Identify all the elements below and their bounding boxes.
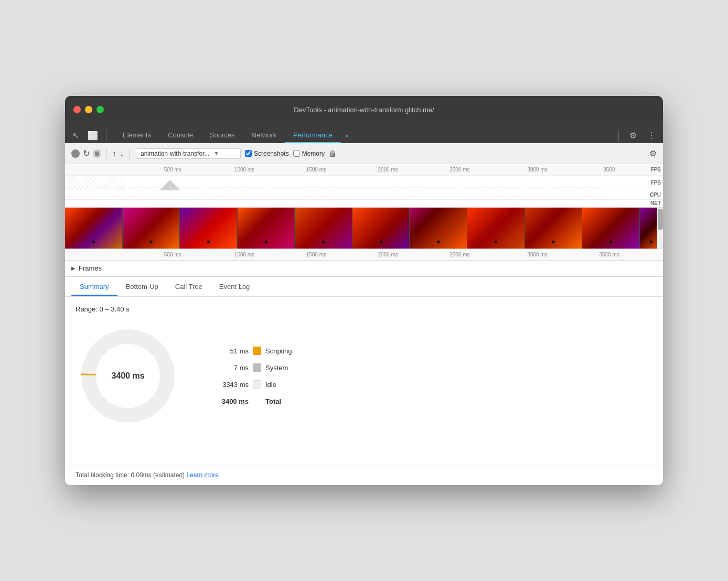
- perf-controls: ↻ ↑ ↓: [71, 148, 132, 159]
- download-button[interactable]: ↓: [120, 149, 124, 158]
- perf-settings-icon[interactable]: ⚙: [649, 149, 657, 158]
- bot-ruler-2500: 2500 ms: [449, 252, 469, 257]
- legend-system-name: System: [265, 364, 288, 372]
- screenshots-label: Screenshots: [254, 150, 289, 157]
- tab-bottom-up[interactable]: Bottom-Up: [117, 278, 167, 296]
- bottom-tabs: Summary Bottom-Up Call Tree Event Log: [65, 277, 663, 297]
- bot-ruler-2000: 2000 ms: [378, 252, 398, 257]
- dropdown-arrow-icon: ▼: [213, 150, 219, 156]
- screenshots-checkbox-group: Screenshots: [245, 150, 289, 157]
- legend-system-color: [253, 363, 261, 372]
- summary-content: 3400 ms 51 ms Scripting 7 ms System 3343…: [76, 324, 652, 428]
- screenshot-thumb-3[interactable]: [180, 208, 238, 249]
- ruler-label-3500: 3500: [603, 167, 615, 173]
- legend-idle-name: Idle: [265, 381, 276, 389]
- legend-idle-color: [253, 380, 261, 389]
- tab-performance[interactable]: Performance: [285, 128, 340, 143]
- trash-icon[interactable]: 🗑: [329, 149, 336, 158]
- tab-console[interactable]: Console: [159, 128, 201, 143]
- svg-marker-2: [159, 180, 180, 190]
- donut-chart: 3400 ms: [76, 324, 180, 428]
- reload-button[interactable]: ↻: [83, 148, 90, 158]
- scrollbar[interactable]: [657, 208, 663, 249]
- blocking-time-text: Total blocking time: 0.00ms (estimated): [76, 471, 185, 479]
- url-dropdown[interactable]: animation-with-transfor... ▼: [136, 148, 241, 159]
- legend-total-spacer: [253, 397, 261, 405]
- bot-ruler-1000: 1000 ms: [234, 252, 254, 257]
- fps-track-label: FPS: [651, 180, 661, 186]
- fps-label: FPS: [651, 167, 661, 173]
- screenshot-thumb-1[interactable]: [65, 208, 123, 249]
- ruler-label-3000: 3000 ms: [527, 167, 547, 173]
- tab-elements[interactable]: Elements: [114, 128, 159, 143]
- legend-idle-value: 3343 ms: [212, 381, 249, 389]
- fps-track: FPS: [65, 176, 663, 190]
- ruler-label-500: 500 ms: [164, 167, 181, 173]
- inspect-icon[interactable]: ⬜: [84, 128, 101, 143]
- legend-total-value: 3400 ms: [212, 397, 249, 405]
- legend-scripting: 51 ms Scripting: [212, 347, 292, 355]
- net-track-label: NET: [650, 200, 661, 206]
- timeline-ruler-top: 500 ms 1000 ms 1500 ms 2000 ms 2500 ms 3…: [65, 164, 663, 176]
- tab-call-tree[interactable]: Call Tree: [167, 278, 211, 296]
- tab-network[interactable]: Network: [243, 128, 285, 143]
- blocking-time-bar: Total blocking time: 0.00ms (estimated) …: [65, 465, 663, 485]
- bot-ruler-3000: 3000 ms: [527, 252, 547, 257]
- legend-total: 3400 ms Total: [212, 397, 292, 405]
- frames-row[interactable]: ▶ Frames: [65, 261, 663, 276]
- perf-toolbar: ↻ ↑ ↓ animation-with-transfor... ▼ Scree…: [65, 143, 663, 164]
- cpu-chart: [65, 190, 663, 200]
- settings-icon[interactable]: ⚙: [626, 128, 640, 143]
- timeline-area: 500 ms 1000 ms 1500 ms 2000 ms 2500 ms 3…: [65, 164, 663, 277]
- screenshot-thumb-8[interactable]: [467, 208, 525, 249]
- screenshot-thumb-4[interactable]: [238, 208, 295, 249]
- perf-divider-2: [129, 148, 130, 159]
- range-text: Range: 0 – 3.40 s: [76, 305, 652, 313]
- scrollbar-thumb[interactable]: [658, 209, 663, 230]
- screenshot-thumb-2[interactable]: [123, 208, 180, 249]
- screenshot-thumb-10[interactable]: [582, 208, 640, 249]
- screenshot-thumb-7[interactable]: [410, 208, 467, 249]
- svg-rect-1: [65, 176, 125, 190]
- cursor-icon[interactable]: ↖: [69, 128, 82, 143]
- stop-button[interactable]: [93, 149, 101, 158]
- fps-chart: [65, 176, 663, 190]
- memory-checkbox-group: Memory: [293, 150, 325, 157]
- summary-panel: Range: 0 – 3.40 s 3400 ms 51 ms: [65, 297, 663, 465]
- legend-total-name: Total: [265, 397, 281, 405]
- titlebar: DevTools - animation-with-transform.glit…: [65, 96, 663, 123]
- minimize-button[interactable]: [85, 106, 92, 113]
- learn-more-link[interactable]: Learn more: [186, 471, 218, 479]
- nav-right-icons: ⚙ ⋮: [615, 128, 659, 143]
- nav-right-divider: [618, 130, 619, 142]
- tab-more[interactable]: »: [341, 128, 353, 143]
- tab-sources[interactable]: Sources: [201, 128, 243, 143]
- main-nav: ↖ ⬜ Elements Console Sources Network Per…: [65, 123, 663, 143]
- screenshots-strip[interactable]: [65, 207, 663, 249]
- frames-expand-icon: ▶: [71, 265, 76, 271]
- maximize-button[interactable]: [97, 106, 104, 113]
- legend-idle: 3343 ms Idle: [212, 380, 292, 389]
- legend-scripting-value: 51 ms: [212, 347, 249, 355]
- screenshot-thumb-9[interactable]: [525, 208, 583, 249]
- screenshot-thumb-5[interactable]: [295, 208, 352, 249]
- bot-ruler-1500: 1500 ms: [306, 252, 326, 257]
- upload-button[interactable]: ↑: [112, 149, 116, 158]
- nav-divider: [106, 130, 107, 142]
- cpu-track: CPU: [65, 190, 663, 200]
- window-title: DevTools - animation-with-transform.glit…: [294, 106, 434, 114]
- record-button[interactable]: [71, 149, 80, 158]
- memory-checkbox[interactable]: [293, 150, 300, 157]
- traffic-lights: [73, 106, 104, 113]
- screenshots-checkbox[interactable]: [245, 150, 252, 157]
- tab-event-log[interactable]: Event Log: [211, 278, 259, 296]
- ruler-label-2000: 2000 ms: [378, 167, 398, 173]
- screenshot-thumb-6[interactable]: [352, 208, 410, 249]
- timeline-ruler-bottom: 500 ms 1000 ms 1500 ms 2000 ms 2500 ms 3…: [65, 249, 663, 261]
- perf-divider-1: [106, 148, 107, 159]
- close-button[interactable]: [73, 106, 81, 113]
- tab-summary[interactable]: Summary: [71, 278, 117, 296]
- url-text: animation-with-transfor...: [141, 150, 209, 157]
- more-options-icon[interactable]: ⋮: [644, 128, 659, 143]
- ruler-label-1500: 1500 ms: [306, 167, 326, 173]
